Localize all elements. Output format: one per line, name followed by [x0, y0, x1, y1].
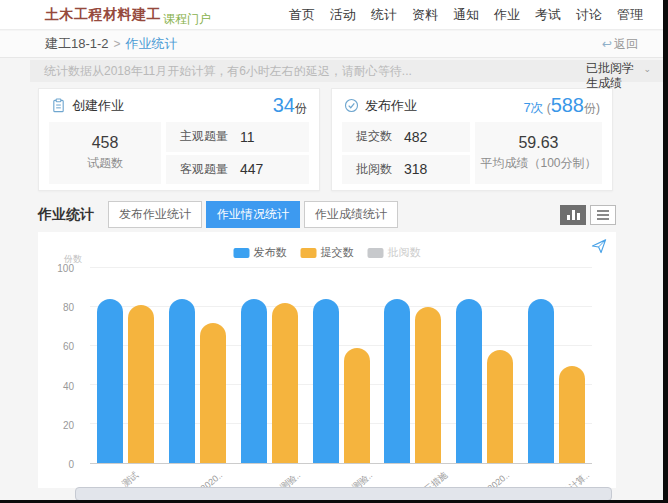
bar-提交数[interactable]	[272, 303, 298, 463]
back-arrow-icon: ↩	[602, 37, 612, 51]
submitted-label: 提交数	[356, 128, 392, 145]
published-times: 7次	[523, 99, 543, 117]
nav-item-活动[interactable]: 活动	[330, 6, 356, 24]
notice-bar: 统计数据从2018年11月开始计算，有6小时左右的延迟，请耐心等待...	[30, 60, 663, 82]
subjective-label: 主观题量	[180, 128, 228, 145]
legend-item-发布数[interactable]: 发布数	[234, 245, 287, 260]
grade-filter-dropdown[interactable]: 已批阅学生成绩 ⌄	[586, 61, 638, 91]
nav-item-通知[interactable]: 通知	[453, 6, 479, 24]
window-edge-right	[663, 0, 668, 503]
legend-item-提交数[interactable]: 提交数	[301, 245, 354, 260]
bar-发布数[interactable]	[313, 299, 339, 463]
y-tick-label: 100	[57, 263, 74, 274]
check-circle-icon	[344, 98, 359, 113]
bar-group	[520, 268, 592, 463]
y-tick-label: 0	[68, 459, 74, 470]
nav-item-管理[interactable]: 管理	[617, 6, 643, 24]
created-card-title: 创建作业	[72, 97, 124, 115]
objective-count-row: 客观题量 447	[166, 155, 309, 185]
chart-view-toggle[interactable]	[560, 205, 586, 225]
tab-作业成绩统计[interactable]: 作业成绩统计	[304, 201, 398, 228]
subjective-count-row: 主观题量 11	[166, 122, 309, 152]
legend-label: 发布数	[254, 245, 287, 260]
legend-item-批阅数[interactable]: 批阅数	[368, 245, 421, 260]
created-homework-card: 创建作业 34 份 458 试题数 主观题量 11 客观题量 447	[38, 88, 320, 191]
question-total-label: 试题数	[87, 155, 123, 172]
bar-chart-icon	[567, 209, 580, 220]
legend-label: 批阅数	[388, 245, 421, 260]
bar-发布数[interactable]	[241, 299, 267, 463]
nav-item-作业[interactable]: 作业	[494, 6, 520, 24]
published-homework-card: 发布作业 7次 ( 588 份) 提交数 482 批阅数 318 59.63	[331, 88, 613, 191]
tab-发布作业统计[interactable]: 发布作业统计	[108, 201, 202, 228]
nav-item-统计[interactable]: 统计	[371, 6, 397, 24]
nav-item-资料[interactable]: 资料	[412, 6, 438, 24]
top-nav: 首页活动统计资料通知作业考试讨论管理	[289, 6, 643, 24]
paren-close: 份)	[584, 100, 600, 117]
bar-发布数[interactable]	[384, 299, 410, 463]
list-view-toggle[interactable]	[590, 205, 616, 225]
average-score-box: 59.63 平均成绩（100分制）	[475, 122, 602, 184]
tab-作业情况统计[interactable]: 作业情况统计	[206, 201, 300, 228]
question-total-value: 458	[92, 134, 119, 152]
legend-swatch	[301, 248, 317, 258]
stat-cards: 创建作业 34 份 458 试题数 主观题量 11 客观题量 447	[38, 88, 613, 191]
bar-group	[233, 268, 305, 463]
bar-提交数[interactable]	[128, 305, 154, 463]
reviewed-count-row: 批阅数 318	[342, 155, 470, 185]
created-count: 34	[273, 94, 295, 117]
reviewed-value: 318	[404, 161, 427, 177]
legend-swatch	[368, 248, 384, 258]
clipboard-icon	[51, 98, 66, 113]
reviewed-label: 批阅数	[356, 161, 392, 178]
average-score-label: 平均成绩（100分制）	[480, 155, 596, 172]
published-count: 588	[551, 94, 584, 117]
breadcrumb-separator: >	[114, 37, 121, 51]
stat-tabs: 发布作业统计作业情况统计作业成绩统计	[108, 201, 398, 228]
x-axis: 测试作业2020..第1章小测验..第2章小测验..上交砼配三措施作业2020.…	[90, 465, 592, 487]
section-title: 作业统计	[38, 206, 94, 224]
breadcrumb-bar: 建工18-1-2 > 作业统计 ↩ 返回	[0, 31, 663, 58]
nav-item-讨论[interactable]: 讨论	[576, 6, 602, 24]
subjective-value: 11	[240, 129, 255, 145]
bar-发布数[interactable]	[169, 299, 195, 463]
bar-发布数[interactable]	[97, 299, 123, 463]
nav-item-考试[interactable]: 考试	[535, 6, 561, 24]
chart-plot	[90, 268, 592, 464]
legend-swatch	[234, 248, 250, 258]
chart-legend: 发布数提交数批阅数	[234, 245, 421, 260]
nav-item-首页[interactable]: 首页	[289, 6, 315, 24]
bar-发布数[interactable]	[528, 299, 554, 463]
bar-group	[305, 268, 377, 463]
section-header: 作业统计 发布作业统计作业情况统计作业成绩统计	[38, 201, 616, 228]
bar-提交数[interactable]	[487, 350, 513, 463]
bar-group	[377, 268, 449, 463]
question-total-box: 458 试题数	[49, 122, 161, 184]
course-title: 土木工程材料建工	[45, 6, 161, 24]
portal-label[interactable]: 课程门户	[163, 11, 211, 28]
submitted-count-row: 提交数 482	[342, 122, 470, 152]
chart-card: 发布数提交数批阅数 份数 020406080100 测试作业2020..第1章小…	[38, 232, 616, 488]
bar-group	[449, 268, 521, 463]
average-score-value: 59.63	[518, 134, 558, 152]
chevron-down-icon: ⌄	[643, 62, 651, 77]
paper-plane-icon[interactable]	[590, 237, 608, 259]
bar-提交数[interactable]	[559, 366, 585, 464]
legend-label: 提交数	[321, 245, 354, 260]
bar-提交数[interactable]	[200, 323, 226, 463]
y-tick-label: 80	[63, 302, 74, 313]
breadcrumb-current: 作业统计	[126, 35, 178, 53]
back-label: 返回	[614, 36, 638, 53]
bar-提交数[interactable]	[415, 307, 441, 463]
objective-value: 447	[240, 161, 263, 177]
breadcrumb-class[interactable]: 建工18-1-2	[45, 35, 109, 53]
grade-filter-label: 已批阅学生成绩	[586, 61, 634, 90]
bar-group	[90, 268, 162, 463]
back-button[interactable]: ↩ 返回	[602, 36, 638, 53]
y-tick-label: 20	[63, 419, 74, 430]
objective-label: 客观题量	[180, 161, 228, 178]
bottom-scrollbar[interactable]	[75, 487, 612, 501]
bar-发布数[interactable]	[456, 299, 482, 463]
bar-提交数[interactable]	[344, 348, 370, 463]
created-count-unit: 份	[295, 100, 307, 117]
